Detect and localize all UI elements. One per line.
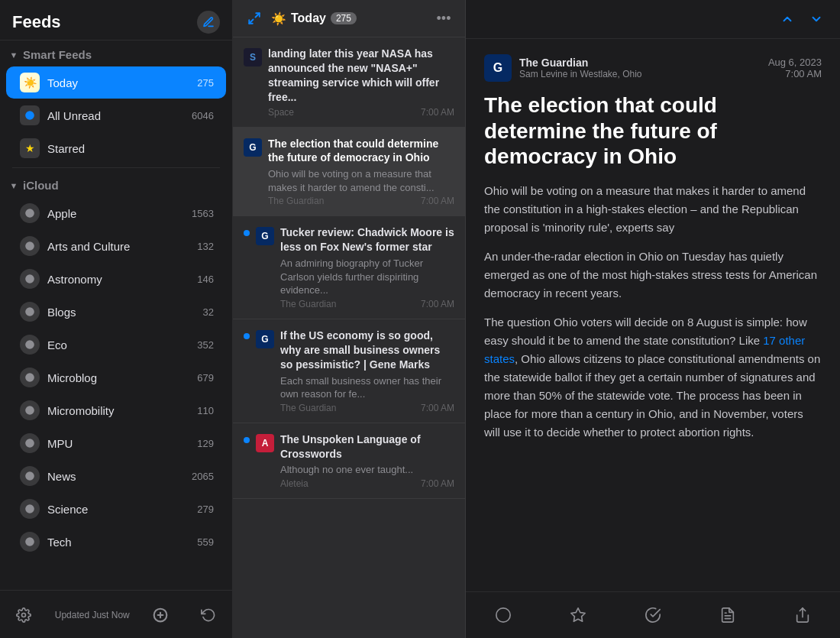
share-button[interactable] [786,598,819,632]
article-3-source: The Guardian [280,403,336,413]
sidebar-item-astronomy[interactable]: Astronomy 146 [6,263,226,295]
article-4-excerpt: Although no one ever taught... [280,463,454,477]
article-4-title: The Unspoken Language of Crosswords [280,432,454,461]
allunread-count: 6046 [192,110,214,121]
today-icon: ☀️ [20,73,40,92]
sidebar-item-artsculture[interactable]: Arts and Culture 132 [6,230,226,262]
svg-point-7 [25,406,34,415]
sidebar-item-today[interactable]: ☀️ Today 275 [6,66,226,99]
article-detail-content: G The Guardian Sam Levine in Westlake, O… [466,39,840,591]
more-options-button[interactable]: ••• [433,8,454,29]
artsculture-count: 132 [197,241,214,252]
navigation-arrows [776,8,828,31]
artsculture-label: Arts and Culture [47,240,197,253]
sidebar-item-blogs[interactable]: Blogs 32 [6,296,226,328]
today-count: 275 [197,77,214,89]
svg-point-5 [25,340,34,349]
sidebar-item-apple[interactable]: Apple 1563 [6,197,226,229]
detail-link[interactable]: 17 other states [484,334,805,365]
svg-point-9 [25,471,34,481]
article-2-meta: The Guardian 7:00 AM [280,299,454,309]
article-item-2[interactable]: G Tucker review: Chadwick Moore is less … [233,216,465,319]
circle-button[interactable] [486,598,520,632]
blogs-count: 32 [203,306,214,318]
sidebar-item-starred[interactable]: ★ Starred [6,132,226,164]
sidebar-item-science[interactable]: Science 279 [6,493,226,525]
guardian-source-icon-3: G [256,330,274,348]
sidebar-item-micromobility[interactable]: Micromobility 110 [6,394,226,426]
star-button[interactable] [561,598,595,632]
sidebar-item-eco[interactable]: Eco 352 [6,329,226,361]
article-1-time: 7:00 AM [421,196,454,206]
smart-feeds-label: Smart Feeds [23,48,92,61]
detail-source-row: G The Guardian Sam Levine in Westlake, O… [484,54,822,82]
article-item-2-top: G Tucker review: Chadwick Moore is less … [244,225,454,309]
sidebar-item-tech[interactable]: Tech 559 [6,526,226,558]
add-feed-button[interactable] [144,598,177,632]
smart-feeds-arrow: ▼ [8,49,20,61]
next-article-button[interactable] [805,8,828,31]
astronomy-label: Astronomy [47,273,197,286]
eco-feed-icon [20,335,40,355]
article-4-source: Aleteia [280,478,309,489]
microblog-feed-icon [20,368,40,387]
micromobility-label: Micromobility [47,404,197,417]
apple-count: 1563 [192,208,214,219]
article-item-4[interactable]: A The Unspoken Language of Crosswords Al… [233,423,465,499]
article-item-3-top: G If the US economy is so good, why are … [244,329,454,413]
article-2-content: Tucker review: Chadwick Moore is less on… [280,225,454,309]
article-0-time: 7:00 AM [421,107,454,118]
svg-point-2 [25,241,34,251]
article-item-0-top: S landing later this year NASA has annou… [244,47,454,118]
svg-point-4 [25,307,34,316]
mark-read-button[interactable] [636,598,670,632]
dots-icon: ••• [437,11,451,27]
article-1-excerpt: Ohio will be voting on a measure that ma… [268,167,454,194]
sidebar-item-mpu[interactable]: MPU 129 [6,427,226,459]
sidebar-item-allunread[interactable]: All Unread 6046 [6,99,226,131]
tech-feed-icon [20,532,40,552]
apple-label: Apple [47,207,192,220]
svg-point-8 [25,439,34,448]
article-item-3[interactable]: G If the US economy is so good, why are … [233,319,465,423]
settings-button[interactable] [7,598,40,632]
science-label: Science [47,503,197,516]
note-button[interactable] [711,598,745,632]
article-3-meta: The Guardian 7:00 AM [280,403,454,413]
middle-title: ☀️ Today 275 [271,11,357,26]
compose-icon[interactable] [197,11,220,34]
article-2-source: The Guardian [280,299,336,309]
refresh-button[interactable] [192,598,225,632]
news-feed-icon [20,466,40,486]
allunread-icon [20,105,40,125]
unread-dot-2 [244,230,250,236]
article-4-time: 7:00 AM [421,478,454,489]
svg-point-11 [25,537,34,546]
middle-title-text: Today [291,11,326,25]
smart-feeds-section[interactable]: ▼ Smart Feeds [0,40,232,66]
news-count: 2065 [192,471,214,482]
detail-body: Ohio will be voting on a measure that ma… [484,182,822,442]
mpu-feed-icon [20,433,40,453]
article-item-4-top: A The Unspoken Language of Crosswords Al… [244,432,454,489]
prev-article-button[interactable] [776,8,799,31]
article-list: S landing later this year NASA has annou… [233,37,465,638]
svg-point-0 [25,111,34,120]
shrink-panel-button[interactable] [244,8,265,29]
detail-source-text: The Guardian Sam Levine in Westlake, Ohi… [519,57,642,79]
article-0-meta: Space 7:00 AM [268,107,454,118]
news-label: News [47,470,192,483]
detail-source-info: G The Guardian Sam Levine in Westlake, O… [484,54,642,82]
sidebar-header: Feeds [0,0,232,40]
article-item-0[interactable]: S landing later this year NASA has annou… [233,37,465,128]
article-4-meta: Aleteia 7:00 AM [280,478,454,489]
sidebar-item-news[interactable]: News 2065 [6,460,226,492]
article-2-excerpt: An admiring biography of Tucker Carlson … [280,257,454,297]
icloud-section[interactable]: ▼ iCloud [0,171,232,196]
starred-label: Starred [47,142,214,155]
sidebar-item-microblog[interactable]: Microblog 679 [6,361,226,393]
article-item-1[interactable]: G The election that could determine the … [233,128,465,217]
sidebar-scroll: ▼ Smart Feeds ☀️ Today 275 All Unread 60… [0,40,232,590]
article-2-time: 7:00 AM [421,299,454,309]
detail-para-2: The question Ohio voters will decide on … [484,313,822,442]
